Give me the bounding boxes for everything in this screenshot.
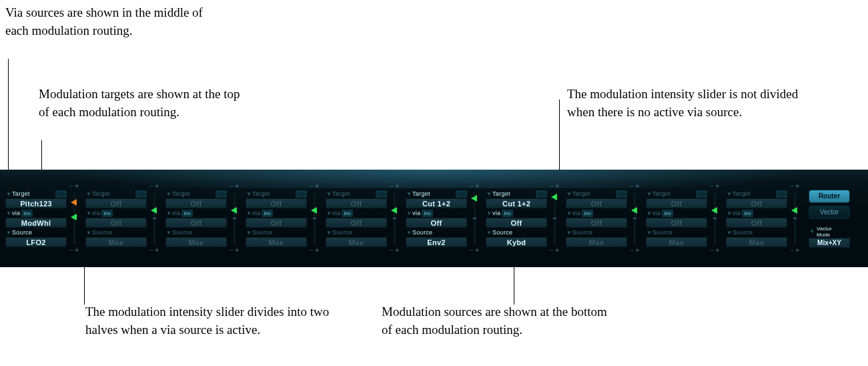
via-menu[interactable]: ModWhl [5,218,67,228]
bypass-tag[interactable]: b/p [135,190,147,198]
source-menu[interactable]: Max [165,237,227,247]
bypass-tag[interactable]: b/p [55,190,67,198]
dropdown-icon[interactable]: ▼ [5,209,12,217]
dropdown-icon[interactable]: ▼ [809,228,815,236]
target-menu[interactable]: Off [566,198,627,208]
intensity-slider[interactable]: −+ −+ [388,182,400,255]
dropdown-icon[interactable]: ▼ [165,209,172,217]
intensity-slider[interactable]: −+ −+ [709,182,721,255]
dropdown-icon[interactable]: ▼ [246,209,252,217]
invert-tag[interactable]: inv [342,210,352,217]
bypass-tag[interactable]: b/p [616,190,627,198]
bypass-tag[interactable]: b/p [376,190,387,198]
intensity-slider[interactable]: −+ −+ [789,182,801,255]
target-menu[interactable]: Off [646,198,707,208]
vector-mode-menu[interactable]: Mix+XY [809,238,850,248]
dropdown-icon[interactable]: ▼ [165,228,172,236]
intensity-slider[interactable]: −+ −+ [548,182,560,255]
invert-tag[interactable]: inv [582,210,592,217]
target-menu[interactable]: Cut 1+2 [406,198,467,208]
bypass-tag[interactable]: b/p [776,190,787,198]
intensity-handle[interactable] [791,207,797,214]
dropdown-icon[interactable]: ▼ [486,209,492,217]
dropdown-icon[interactable]: ▼ [85,228,92,236]
invert-tag[interactable]: inv [662,210,673,217]
dropdown-icon[interactable]: ▼ [5,228,12,236]
invert-tag[interactable]: inv [181,210,192,217]
target-menu[interactable]: Off [85,198,147,208]
dropdown-icon[interactable]: ▼ [646,190,653,198]
dropdown-icon[interactable]: ▼ [726,228,733,236]
bypass-tag[interactable]: b/p [296,190,307,198]
dropdown-icon[interactable]: ▼ [566,209,572,217]
dropdown-icon[interactable]: ▼ [726,190,733,198]
dropdown-icon[interactable]: ▼ [326,190,332,198]
source-menu[interactable]: Max [326,237,387,247]
dropdown-icon[interactable]: ▼ [165,190,172,198]
invert-tag[interactable]: inv [21,210,32,217]
dropdown-icon[interactable]: ▼ [406,209,412,217]
dropdown-icon[interactable]: ▼ [486,228,492,236]
dropdown-icon[interactable]: ▼ [246,228,252,236]
via-menu[interactable]: Off [646,218,707,228]
dropdown-icon[interactable]: ▼ [646,209,653,217]
via-menu[interactable]: Off [566,218,627,228]
intensity-slider[interactable]: −+ −+ [468,182,480,255]
intensity-handle[interactable] [151,207,157,214]
bypass-tag[interactable]: b/p [456,190,467,198]
invert-tag[interactable]: inv [742,210,753,217]
target-menu[interactable]: Off [326,198,387,208]
invert-tag[interactable]: inv [101,210,112,217]
invert-tag[interactable]: inv [502,210,512,217]
source-menu[interactable]: Kybd [486,237,547,247]
source-menu[interactable]: Max [646,237,707,247]
intensity-slider[interactable]: −+ −+ [628,182,640,255]
via-menu[interactable]: Off [165,218,227,228]
dropdown-icon[interactable]: ▼ [406,228,412,236]
intensity-handle[interactable] [231,207,237,214]
source-menu[interactable]: Max [85,237,147,247]
intensity-handle[interactable] [471,195,477,202]
dropdown-icon[interactable]: ▼ [326,228,332,236]
intensity-slider[interactable]: −+ −+ [308,182,320,255]
dropdown-icon[interactable]: ▼ [85,209,92,217]
via-intensity-handle[interactable] [71,199,77,206]
dropdown-icon[interactable]: ▼ [566,190,572,198]
source-menu[interactable]: LFO2 [5,237,67,247]
intensity-slider[interactable]: −+ −+ [68,182,80,255]
bypass-tag[interactable]: b/p [536,190,547,198]
dropdown-icon[interactable]: ▼ [5,190,12,198]
vector-tab[interactable]: Vector [809,206,850,219]
intensity-handle[interactable] [631,207,637,214]
source-menu[interactable]: Max [566,237,627,247]
dropdown-icon[interactable]: ▼ [486,190,492,198]
intensity-handle[interactable] [711,207,717,214]
target-menu[interactable]: Cut 1+2 [486,198,547,208]
intensity-slider[interactable]: −+ −+ [148,182,160,255]
via-menu[interactable]: Off [726,218,787,228]
invert-tag[interactable]: inv [262,210,272,217]
source-menu[interactable]: Max [246,237,307,247]
via-menu[interactable]: Off [486,218,547,228]
via-menu[interactable]: Off [326,218,387,228]
dropdown-icon[interactable]: ▼ [85,190,92,198]
target-menu[interactable]: Pitch123 [5,198,67,208]
dropdown-icon[interactable]: ▼ [566,228,572,236]
dropdown-icon[interactable]: ▼ [326,209,332,217]
via-menu[interactable]: Off [85,218,147,228]
dropdown-icon[interactable]: ▼ [646,228,653,236]
via-menu[interactable]: Off [246,218,307,228]
intensity-handle[interactable] [311,207,317,214]
target-menu[interactable]: Off [246,198,307,208]
dropdown-icon[interactable]: ▼ [246,190,252,198]
intensity-handle[interactable] [71,214,77,220]
intensity-slider[interactable]: −+ −+ [228,182,240,255]
bypass-tag[interactable]: b/p [696,190,707,198]
intensity-handle[interactable] [551,194,557,200]
source-menu[interactable]: Max [726,237,787,247]
source-menu[interactable]: Env2 [406,237,467,247]
bypass-tag[interactable]: b/p [215,190,227,198]
invert-tag[interactable]: inv [422,210,432,217]
dropdown-icon[interactable]: ▼ [406,190,412,198]
intensity-handle[interactable] [391,207,397,214]
